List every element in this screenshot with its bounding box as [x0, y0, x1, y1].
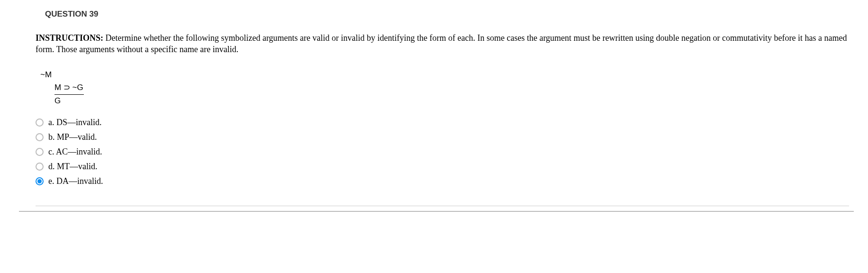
option-row[interactable]: a. DS—invalid.: [36, 115, 849, 130]
option-row[interactable]: e. DA—invalid.: [36, 174, 849, 189]
argument-premise-1: ~M: [40, 69, 849, 81]
option-text: d. MT—valid.: [48, 162, 98, 172]
argument-block: ~M M ⊃ ~G G: [40, 69, 849, 107]
radio-button[interactable]: [36, 118, 44, 127]
instructions-label: INSTRUCTIONS:: [36, 33, 106, 43]
radio-button[interactable]: [36, 163, 44, 171]
radio-button[interactable]: [36, 133, 44, 141]
instructions-block: INSTRUCTIONS: Determine whether the foll…: [36, 32, 849, 55]
argument-premise-2: M ⊃ ~G: [54, 82, 84, 95]
option-text: b. MP—valid.: [48, 132, 97, 142]
divider-line-1: [36, 206, 849, 206]
option-row[interactable]: d. MT—valid.: [36, 159, 849, 174]
option-row[interactable]: c. AC—invalid.: [36, 145, 849, 159]
radio-button[interactable]: [36, 177, 44, 185]
option-text: a. DS—invalid.: [48, 118, 102, 127]
option-row[interactable]: b. MP—valid.: [36, 130, 849, 145]
radio-button[interactable]: [36, 148, 44, 156]
option-text: e. DA—invalid.: [48, 176, 103, 186]
divider-line-2: [19, 211, 854, 212]
options-list: a. DS—invalid.b. MP—valid.c. AC—invalid.…: [36, 115, 849, 189]
instructions-text: Determine whether the following symboliz…: [36, 33, 847, 54]
option-text: c. AC—invalid.: [48, 147, 102, 157]
question-header: QUESTION 39: [45, 9, 849, 19]
argument-conclusion: G: [54, 95, 849, 107]
